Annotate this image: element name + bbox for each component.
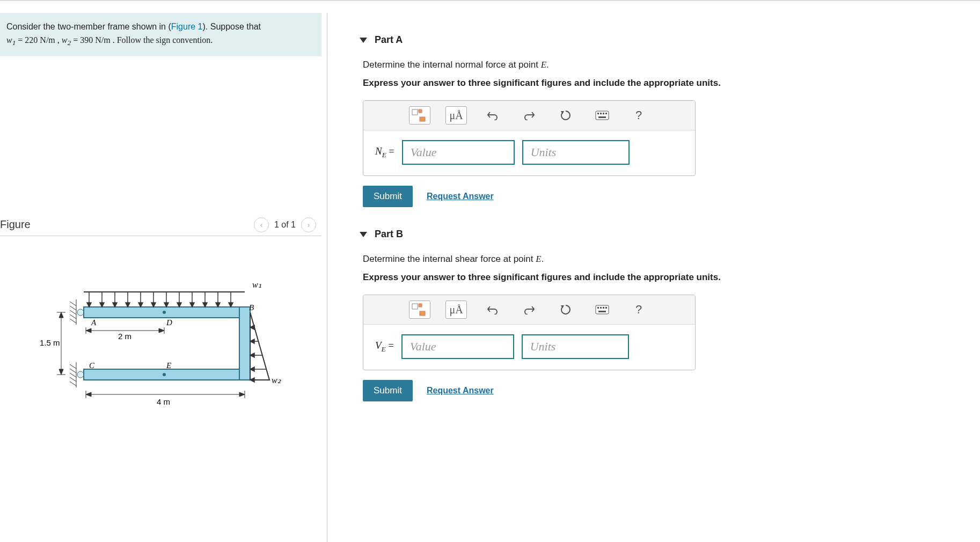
svg-marker-23 [100, 303, 104, 307]
redo-icon[interactable] [518, 301, 540, 319]
undo-icon[interactable] [482, 301, 503, 319]
svg-marker-50 [250, 353, 254, 357]
svg-text:B: B [249, 303, 254, 312]
svg-rect-87 [603, 113, 604, 114]
figure-heading: Figure [0, 218, 31, 231]
svg-line-9 [70, 369, 76, 373]
text: = 390 N/m . Follow the sign convention. [71, 35, 213, 45]
svg-marker-25 [113, 303, 117, 307]
figure-pager: ‹ 1 of 1 › [254, 217, 316, 232]
text: ). Suppose that [202, 22, 261, 31]
units-input[interactable]: Units [522, 140, 630, 165]
figure-link[interactable]: Figure 1 [171, 22, 203, 31]
svg-text:A: A [91, 318, 97, 327]
svg-point-6 [77, 309, 84, 316]
svg-rect-91 [419, 304, 422, 307]
answer-box: μÅ ? [363, 295, 696, 370]
request-answer-link[interactable]: Request Answer [427, 386, 494, 395]
collapse-icon[interactable] [360, 232, 367, 237]
svg-line-4 [70, 314, 76, 319]
collapse-icon[interactable] [360, 38, 367, 43]
svg-line-2 [70, 306, 76, 310]
svg-marker-59 [59, 369, 63, 375]
reset-icon[interactable] [555, 301, 576, 319]
part-b: Part B Determine the internal shear forc… [360, 229, 964, 401]
svg-rect-85 [597, 113, 599, 114]
svg-text:w₁: w₁ [252, 280, 261, 289]
svg-marker-31 [151, 303, 156, 307]
reset-icon[interactable] [555, 106, 576, 124]
input-toolbar: μÅ ? [363, 101, 695, 130]
redo-icon[interactable] [518, 106, 540, 124]
pager-prev-button[interactable]: ‹ [254, 217, 269, 232]
text: Consider the two-member frame shown in ( [6, 22, 171, 31]
value-input[interactable]: Value [402, 140, 515, 165]
svg-marker-39 [203, 303, 207, 307]
help-icon[interactable]: ? [628, 106, 649, 124]
symbols-button[interactable]: μÅ [445, 106, 467, 124]
svg-rect-86 [600, 113, 602, 114]
svg-point-13 [77, 371, 84, 378]
svg-marker-52 [250, 367, 254, 371]
svg-marker-46 [250, 325, 254, 329]
svg-text:D: D [166, 318, 172, 327]
prompt-instruction: Express your answer to three significant… [363, 78, 964, 89]
submit-button[interactable]: Submit [363, 380, 413, 401]
svg-rect-95 [597, 307, 599, 309]
svg-line-10 [70, 373, 76, 377]
svg-rect-81 [419, 109, 422, 113]
svg-line-3 [70, 310, 76, 314]
input-toolbar: μÅ ? [363, 295, 695, 325]
svg-text:E: E [166, 361, 171, 370]
svg-marker-43 [229, 303, 233, 307]
svg-rect-98 [605, 307, 607, 309]
var-w2: w2 [62, 35, 71, 45]
svg-rect-82 [420, 117, 425, 121]
svg-marker-41 [216, 303, 220, 307]
svg-point-17 [163, 373, 166, 376]
svg-marker-68 [86, 392, 91, 397]
svg-text:1.5 m: 1.5 m [40, 338, 60, 347]
svg-rect-90 [412, 304, 418, 309]
svg-marker-69 [239, 392, 245, 397]
svg-rect-88 [605, 113, 607, 114]
help-icon[interactable]: ? [628, 301, 649, 319]
part-title: Part B [375, 229, 403, 240]
svg-rect-84 [596, 111, 609, 120]
svg-marker-21 [87, 303, 91, 307]
var-w1: w1 [6, 35, 16, 45]
svg-line-8 [70, 364, 76, 369]
svg-marker-63 [86, 328, 91, 333]
request-answer-link[interactable]: Request Answer [427, 192, 494, 201]
svg-rect-97 [603, 307, 604, 309]
templates-button[interactable] [409, 106, 430, 124]
svg-rect-89 [598, 116, 606, 118]
units-input[interactable]: Units [522, 334, 629, 359]
svg-marker-48 [250, 339, 254, 343]
svg-line-1 [70, 302, 76, 306]
svg-rect-92 [420, 311, 425, 316]
svg-line-11 [70, 377, 76, 382]
svg-marker-27 [126, 303, 130, 307]
svg-marker-29 [138, 303, 143, 307]
svg-marker-33 [164, 303, 169, 307]
svg-text:2 m: 2 m [118, 332, 131, 341]
keyboard-icon[interactable] [591, 106, 613, 124]
svg-line-5 [70, 319, 76, 323]
answer-box: μÅ ? [363, 100, 696, 176]
prompt-instruction: Express your answer to three significant… [363, 272, 964, 283]
submit-button[interactable]: Submit [363, 186, 413, 207]
symbols-button[interactable]: μÅ [445, 301, 467, 319]
templates-button[interactable] [409, 301, 430, 319]
variable-label: NE = [375, 145, 394, 159]
pager-next-button[interactable]: › [301, 217, 316, 232]
svg-line-12 [70, 382, 76, 386]
svg-text:C: C [89, 361, 95, 370]
variable-label: VE = [375, 340, 394, 354]
undo-icon[interactable] [482, 106, 503, 124]
keyboard-icon[interactable] [591, 301, 613, 319]
figure-diagram: w₁ w₂ A B C D E 1.5 m 2 m 4 m [38, 274, 321, 415]
svg-rect-94 [596, 305, 609, 314]
value-input[interactable]: Value [401, 334, 514, 359]
svg-point-15 [163, 311, 166, 314]
